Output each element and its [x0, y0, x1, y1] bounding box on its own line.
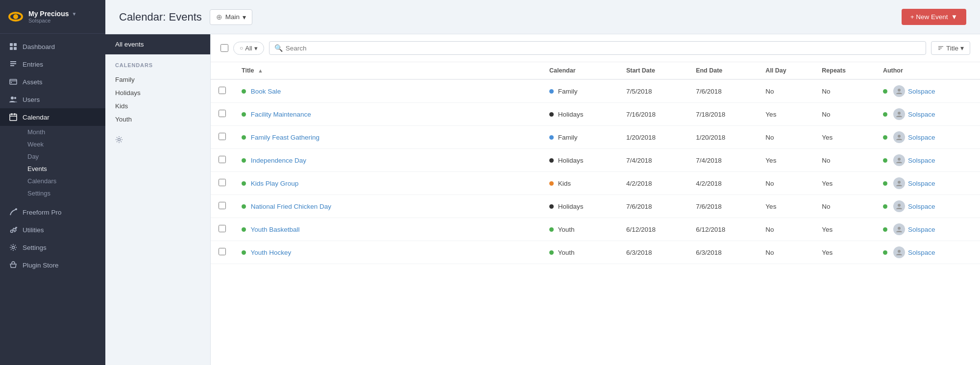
event-title-link[interactable]: Book Sale — [251, 88, 281, 95]
event-calendar-cell: Family — [541, 79, 618, 103]
page-title: Calendar: Events — [119, 11, 202, 24]
sidebar-item-utilities[interactable]: Utilities — [0, 221, 105, 239]
search-input[interactable] — [286, 45, 921, 52]
calendar-name: Youth — [558, 226, 575, 233]
filter-family[interactable]: Family — [115, 73, 200, 86]
sidebar-item-freeform[interactable]: Freeform Pro — [0, 203, 105, 221]
sidebar-header[interactable]: My Precious ▼ Solspace — [0, 0, 105, 34]
author-avatar — [893, 131, 905, 143]
event-all-day: No — [758, 79, 814, 103]
row-checkbox[interactable] — [219, 87, 226, 94]
filter-youth[interactable]: Youth — [115, 113, 200, 126]
sidebar-item-entries[interactable]: Entries — [0, 55, 105, 73]
svg-rect-5 — [14, 47, 17, 50]
row-checkbox[interactable] — [219, 156, 226, 163]
event-all-day: No — [758, 218, 814, 241]
svg-rect-14 — [11, 113, 12, 115]
sidebar-item-dashboard[interactable]: Dashboard — [0, 38, 105, 55]
author-avatar — [893, 108, 905, 120]
calendar-name: Family — [558, 88, 578, 95]
event-title-link[interactable]: Facility Maintenance — [251, 111, 311, 118]
row-checkbox-cell — [211, 195, 234, 218]
event-title-link[interactable]: Independence Day — [251, 157, 306, 164]
event-title-cell: Book Sale — [234, 79, 541, 103]
sidebar-item-settings[interactable]: Settings — [0, 239, 105, 256]
author-link[interactable]: Solspace — [908, 134, 935, 141]
event-title-link[interactable]: Youth Basketball — [251, 226, 300, 233]
circle-icon: ○ — [240, 45, 243, 51]
author-link[interactable]: Solspace — [908, 226, 935, 233]
col-end-date[interactable]: End Date — [688, 62, 758, 79]
calendar-name: Holidays — [558, 157, 584, 164]
event-title-link[interactable]: Kids Play Group — [251, 180, 299, 187]
row-checkbox-cell — [211, 126, 234, 149]
svg-rect-7 — [10, 63, 16, 64]
sidebar-item-assets[interactable]: Assets — [0, 73, 105, 91]
sidebar-item-calendar[interactable]: Calendar — [0, 108, 105, 126]
author-link[interactable]: Solspace — [908, 111, 935, 118]
events-tbody: Book Sale Family 7/5/2018 7/6/2018 No No… — [211, 79, 980, 264]
event-calendar-cell: Youth — [541, 218, 618, 241]
site-name: My Precious — [28, 10, 69, 18]
col-title[interactable]: Title ▲ — [234, 62, 541, 79]
main-dropdown[interactable]: ⊕ Main ▾ — [210, 9, 252, 25]
svg-point-19 — [118, 139, 121, 141]
author-link[interactable]: Solspace — [908, 157, 935, 164]
filter-holidays[interactable]: Holidays — [115, 86, 200, 99]
row-checkbox[interactable] — [219, 248, 226, 255]
author-status-dot — [883, 204, 887, 209]
subnav-day[interactable]: Day — [23, 150, 105, 163]
event-repeats: Yes — [814, 172, 875, 195]
section-settings-gear[interactable] — [105, 130, 210, 151]
row-checkbox[interactable] — [219, 179, 226, 186]
dashboard-icon — [9, 42, 18, 51]
event-title-link[interactable]: Youth Hockey — [251, 249, 292, 256]
row-checkbox[interactable] — [219, 225, 226, 232]
title-sort-button[interactable]: Title ▾ — [931, 41, 970, 55]
events-table: Title ▲ Calendar Start Date End Date All… — [211, 62, 980, 264]
row-checkbox-cell — [211, 103, 234, 126]
calendar-dot — [549, 89, 554, 94]
event-author-cell: Solspace — [875, 241, 980, 264]
author-link[interactable]: Solspace — [908, 249, 935, 256]
author-link[interactable]: Solspace — [908, 180, 935, 187]
sidebar-item-users[interactable]: Users — [0, 91, 105, 108]
subnav-settings[interactable]: Settings — [23, 187, 105, 199]
svg-point-16 — [15, 208, 17, 210]
new-event-button[interactable]: + New Event ▼ — [902, 9, 966, 25]
event-title-link[interactable]: National Fried Chicken Day — [251, 203, 331, 210]
subnav-month[interactable]: Month — [23, 126, 105, 138]
sidebar-item-plugin-store[interactable]: Plugin Store — [0, 256, 105, 274]
author-link[interactable]: Solspace — [908, 203, 935, 210]
author-avatar — [893, 154, 905, 166]
all-filter-button[interactable]: ○ All ▾ — [233, 42, 264, 55]
event-calendar-cell: Holidays — [541, 103, 618, 126]
row-checkbox[interactable] — [219, 202, 226, 209]
col-all-day: All Day — [758, 62, 814, 79]
event-repeats: Yes — [814, 126, 875, 149]
subnav-week[interactable]: Week — [23, 138, 105, 150]
calendar-name: Holidays — [558, 203, 584, 210]
select-all-checkbox[interactable] — [220, 44, 228, 52]
author-link[interactable]: Solspace — [908, 88, 935, 95]
calendar-dot — [549, 135, 554, 140]
event-repeats: Yes — [814, 218, 875, 241]
row-checkbox-cell — [211, 241, 234, 264]
filter-kids[interactable]: Kids — [115, 99, 200, 113]
new-event-label: + New Event — [910, 13, 948, 21]
row-checkbox[interactable] — [219, 133, 226, 140]
event-all-day: Yes — [758, 149, 814, 172]
event-author-cell: Solspace — [875, 79, 980, 103]
event-all-day: No — [758, 126, 814, 149]
svg-point-17 — [11, 230, 13, 233]
svg-rect-15 — [14, 113, 15, 115]
globe-icon: ⊕ — [216, 13, 222, 22]
subnav-calendars[interactable]: Calendars — [23, 175, 105, 187]
all-events-filter[interactable]: All events — [105, 34, 210, 54]
event-author-cell: Solspace — [875, 149, 980, 172]
col-start-date[interactable]: Start Date — [618, 62, 688, 79]
row-checkbox[interactable] — [219, 110, 226, 117]
event-title-link[interactable]: Family Feast Gathering — [251, 134, 319, 141]
calendar-name: Family — [558, 134, 578, 141]
subnav-events[interactable]: Events — [23, 163, 105, 175]
